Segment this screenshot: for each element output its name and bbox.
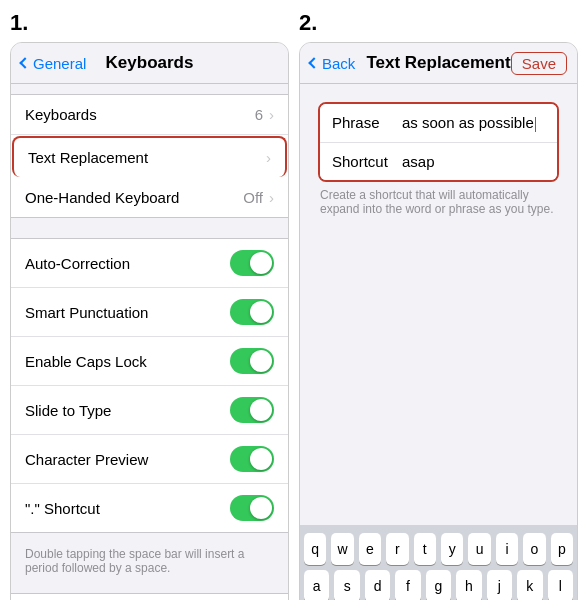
one-handed-value: Off xyxy=(243,189,263,206)
key-a[interactable]: a xyxy=(304,570,329,600)
key-j[interactable]: j xyxy=(487,570,512,600)
key-h[interactable]: h xyxy=(456,570,481,600)
settings-item-text-replacement-right: › xyxy=(266,149,271,166)
char-preview-toggle[interactable] xyxy=(230,446,274,472)
panel-2-number: 2. xyxy=(299,10,578,36)
period-shortcut-note: Double tapping the space bar will insert… xyxy=(11,543,288,583)
keyboard: q w e r t y u i o p a s d f g h j k xyxy=(300,525,577,600)
settings-item-text-replacement[interactable]: Text Replacement › xyxy=(12,136,287,177)
panel-1-group-1: Keyboards 6 › Text Replacement › One-Han… xyxy=(11,94,288,218)
key-f[interactable]: f xyxy=(395,570,420,600)
key-d[interactable]: d xyxy=(365,570,390,600)
key-r[interactable]: r xyxy=(386,533,408,565)
shortcut-label: Shortcut xyxy=(332,153,402,170)
keyboards-count: 6 xyxy=(255,106,263,123)
char-preview-label: Character Preview xyxy=(25,451,148,468)
keyboard-row-2: a s d f g h j k l xyxy=(304,570,573,600)
settings-item-smart-punctuation[interactable]: Smart Punctuation xyxy=(11,288,288,337)
chevron-right-icon: › xyxy=(269,106,274,123)
key-l[interactable]: l xyxy=(548,570,573,600)
toggle-knob-3 xyxy=(250,350,272,372)
settings-item-dictation[interactable]: Enable Dictation xyxy=(11,594,288,600)
settings-item-keyboards-right: 6 › xyxy=(255,106,274,123)
phrase-row: Phrase as soon as possible xyxy=(320,104,557,143)
key-t[interactable]: t xyxy=(414,533,436,565)
slide-to-type-label: Slide to Type xyxy=(25,402,111,419)
key-s[interactable]: s xyxy=(334,570,359,600)
settings-item-caps-lock[interactable]: Enable Caps Lock xyxy=(11,337,288,386)
autocorrection-label: Auto-Correction xyxy=(25,255,130,272)
panel-2-screen: Back Text Replacement Save Phrase as soo… xyxy=(299,42,578,600)
form-hint: Create a shortcut that will automaticall… xyxy=(308,182,569,226)
key-o[interactable]: o xyxy=(523,533,545,565)
caps-lock-toggle[interactable] xyxy=(230,348,274,374)
key-g[interactable]: g xyxy=(426,570,451,600)
caps-lock-label: Enable Caps Lock xyxy=(25,353,147,370)
toggle-knob-4 xyxy=(250,399,272,421)
key-y[interactable]: y xyxy=(441,533,463,565)
chevron-left-icon xyxy=(19,57,30,68)
period-shortcut-toggle[interactable] xyxy=(230,495,274,521)
panel-1-screen: General Keyboards Keyboards 6 › Text Rep… xyxy=(10,42,289,600)
panel-2-back-button[interactable]: Back xyxy=(310,55,355,72)
settings-item-keyboards[interactable]: Keyboards 6 › xyxy=(11,95,288,135)
text-replacement-form: Phrase as soon as possible Shortcut asap xyxy=(318,102,559,182)
key-k[interactable]: k xyxy=(517,570,542,600)
period-shortcut-label: "." Shortcut xyxy=(25,500,100,517)
smart-punctuation-label: Smart Punctuation xyxy=(25,304,148,321)
shortcut-value[interactable]: asap xyxy=(402,153,545,170)
panel-1-number: 1. xyxy=(10,10,289,36)
autocorrection-toggle[interactable] xyxy=(230,250,274,276)
text-cursor xyxy=(535,117,537,132)
save-button[interactable]: Save xyxy=(511,52,567,75)
settings-item-one-handed-label: One-Handed Keyboard xyxy=(25,189,179,206)
key-u[interactable]: u xyxy=(468,533,490,565)
panel-1-title: Keyboards xyxy=(106,53,194,73)
panel-1-group-2: Auto-Correction Smart Punctuation Enable… xyxy=(11,238,288,533)
chevron-right-icon-2: › xyxy=(266,149,271,166)
toggle-knob-5 xyxy=(250,448,272,470)
settings-item-char-preview[interactable]: Character Preview xyxy=(11,435,288,484)
key-i[interactable]: i xyxy=(496,533,518,565)
keyboard-row-1: q w e r t y u i o p xyxy=(304,533,573,565)
panel-1-back-label: General xyxy=(33,55,86,72)
panel-2-nav: Back Text Replacement Save xyxy=(300,43,577,84)
settings-item-one-handed-right: Off › xyxy=(243,189,274,206)
key-p[interactable]: p xyxy=(551,533,573,565)
toggle-knob xyxy=(250,252,272,274)
settings-item-autocorrection[interactable]: Auto-Correction xyxy=(11,239,288,288)
phrase-label: Phrase xyxy=(332,114,402,131)
phrase-value: as soon as possible xyxy=(402,114,545,132)
settings-item-period-shortcut[interactable]: "." Shortcut xyxy=(11,484,288,532)
panel-1-group-3: Enable Dictation Dictation Languages › xyxy=(11,593,288,600)
chevron-left-icon-2 xyxy=(308,57,319,68)
panel-2-title: Text Replacement xyxy=(366,53,510,73)
phrase-text[interactable]: as soon as possible xyxy=(402,114,534,131)
settings-item-slide-to-type[interactable]: Slide to Type xyxy=(11,386,288,435)
panel-2-back-label: Back xyxy=(322,55,355,72)
chevron-right-icon-3: › xyxy=(269,189,274,206)
panel-1: 1. General Keyboards Keyboards 6 › xyxy=(10,10,289,600)
settings-item-one-handed[interactable]: One-Handed Keyboard Off › xyxy=(11,178,288,217)
settings-item-text-replacement-label: Text Replacement xyxy=(28,149,148,166)
shortcut-row: Shortcut asap xyxy=(320,143,557,180)
toggle-knob-6 xyxy=(250,497,272,519)
panel-2: 2. Back Text Replacement Save Phrase as … xyxy=(299,10,578,600)
panel-1-nav: General Keyboards xyxy=(11,43,288,84)
key-w[interactable]: w xyxy=(331,533,353,565)
key-e[interactable]: e xyxy=(359,533,381,565)
slide-to-type-toggle[interactable] xyxy=(230,397,274,423)
smart-punctuation-toggle[interactable] xyxy=(230,299,274,325)
panel-1-back-button[interactable]: General xyxy=(21,55,86,72)
panel-2-save-action: Save xyxy=(511,52,567,75)
settings-item-keyboards-label: Keyboards xyxy=(25,106,97,123)
toggle-knob-2 xyxy=(250,301,272,323)
key-q[interactable]: q xyxy=(304,533,326,565)
